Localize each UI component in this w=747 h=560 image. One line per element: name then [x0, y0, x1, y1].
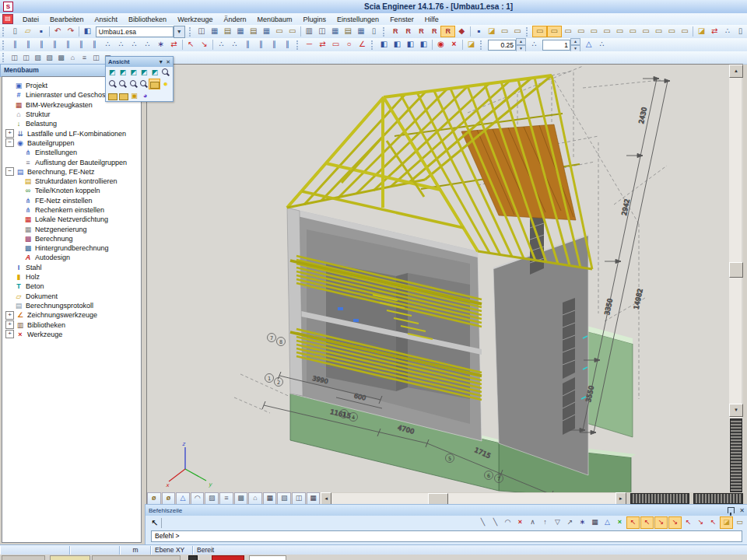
coordinate-info-icon[interactable]	[734, 26, 747, 37]
toolbar-grip[interactable]	[526, 27, 531, 37]
toolbar-grip[interactable]	[383, 27, 388, 37]
cursor-mode-icon[interactable]: ↖	[151, 518, 158, 528]
toolbar-grip[interactable]	[296, 40, 301, 50]
drawing-viewport[interactable]: 2430 2942 3350 14982 3550 3990 600 11615…	[146, 64, 743, 505]
window-layout-3-icon[interactable]	[562, 26, 575, 37]
snap-node-icon[interactable]	[654, 516, 668, 529]
view-list-icon[interactable]	[79, 52, 90, 64]
section-view-icon[interactable]	[191, 492, 205, 505]
scroll-right-icon[interactable]: ►	[615, 492, 626, 506]
clipping-box-icon[interactable]	[147, 492, 161, 505]
expand-icon[interactable]	[5, 330, 14, 338]
vertical-scroll-thumb[interactable]	[729, 262, 743, 278]
window-layout-1-icon[interactable]	[532, 26, 547, 37]
clip-box-icon[interactable]	[129, 91, 139, 100]
window-layout-2-icon[interactable]	[547, 26, 562, 37]
window-layout-8-icon[interactable]	[626, 26, 640, 37]
project-combo[interactable]: Umbau1.esa ▼	[96, 26, 185, 38]
mirror-icon[interactable]	[61, 39, 75, 51]
menu-menuebaum[interactable]: Menübaum	[252, 16, 298, 23]
trim-icon[interactable]	[88, 39, 101, 51]
render-mode-icon[interactable]	[205, 492, 219, 505]
menu-hilfe[interactable]: Hilfe	[419, 16, 444, 23]
paste-view-icon[interactable]	[404, 39, 417, 51]
wall-icon[interactable]	[281, 39, 294, 51]
expand-icon[interactable]	[5, 129, 14, 138]
draw-circle-icon[interactable]	[342, 39, 356, 51]
draw-angle-icon[interactable]	[356, 39, 369, 51]
plate-icon[interactable]	[268, 39, 281, 51]
menu-einstellungen[interactable]: Einstellungen	[331, 16, 384, 23]
vertical-scrollbar[interactable]: ▲ ▼	[729, 65, 742, 492]
open-layer-icon[interactable]	[465, 39, 478, 51]
view-left-icon[interactable]	[128, 68, 139, 77]
selection-spinner[interactable]: 1 ▲▼	[542, 38, 580, 52]
table-icon[interactable]	[342, 26, 355, 37]
view-palette[interactable]: Ansicht ▼ ✕	[105, 56, 174, 102]
align-icon[interactable]	[167, 39, 181, 51]
clipping-plane-icon[interactable]	[162, 492, 176, 505]
menu-fenster[interactable]: Fenster	[384, 16, 419, 23]
tree-item-stahl[interactable]: Stahl	[14, 263, 141, 272]
tree-item-teile-knoten[interactable]: Teile/Knoten koppeln	[23, 186, 141, 195]
dot-grid-icon[interactable]	[589, 517, 601, 528]
snap-tangent-icon[interactable]	[695, 517, 707, 528]
toolbar-grip[interactable]	[2, 27, 7, 37]
window-layout-12-icon[interactable]	[679, 26, 692, 37]
view-settings-icon[interactable]	[273, 26, 286, 37]
view-window-2-icon[interactable]	[20, 52, 32, 64]
snap-point-icon[interactable]	[577, 517, 588, 528]
combo-dropdown-icon[interactable]: ▼	[174, 26, 185, 38]
paste-special-icon[interactable]	[377, 39, 391, 51]
beam-icon[interactable]	[241, 39, 254, 51]
window-layout-10-icon[interactable]	[652, 26, 665, 37]
draw-dimension-icon[interactable]	[316, 39, 329, 51]
stretch-icon[interactable]	[75, 39, 88, 51]
tree-item-zeichnungswerkzeuge[interactable]: Zeichnungswerkzeuge	[4, 310, 141, 320]
view-axo-icon[interactable]	[150, 68, 160, 77]
view-z-icon[interactable]	[176, 492, 190, 505]
snap-plane-icon[interactable]	[552, 517, 563, 528]
snap-orthogonal-icon[interactable]	[682, 517, 694, 528]
tree-item-berechnung-fenetz[interactable]: Berechnung, FE-Netz	[4, 167, 141, 177]
collapse-icon[interactable]	[5, 138, 14, 147]
tree-item-netzgenerierung[interactable]: Netzgenerierung	[23, 224, 141, 233]
view-front-icon[interactable]	[107, 68, 117, 77]
extend-icon[interactable]	[128, 39, 141, 51]
menu-bibliotheken[interactable]: Bibliotheken	[123, 16, 172, 23]
grid-snap-icon[interactable]	[595, 39, 608, 51]
tree-item-hintergrundberechnung[interactable]: Hintergrundberechnung	[23, 243, 141, 253]
layers-icon[interactable]	[221, 26, 234, 37]
select-by-property-icon[interactable]	[389, 26, 402, 37]
open-file-icon[interactable]	[22, 26, 35, 37]
snap-segment-icon[interactable]	[489, 517, 501, 528]
horizontal-scroll-track[interactable]	[331, 493, 615, 504]
zoom-out-icon[interactable]	[117, 79, 127, 89]
tree-item-strukturdaten[interactable]: Strukturdaten kontrollieren	[23, 177, 141, 186]
expand-icon[interactable]	[5, 320, 14, 329]
tree-item-einstellungen[interactable]: Einstellungen	[23, 148, 141, 157]
select-by-cursor-icon[interactable]	[402, 26, 416, 37]
snap-vertex-icon[interactable]	[527, 517, 538, 528]
project-combo-value[interactable]: Umbau1.esa	[96, 26, 174, 37]
zoom-all-icon[interactable]	[160, 68, 170, 77]
tree-item-bibliotheken[interactable]: Bibliotheken	[4, 320, 141, 329]
tree-item-belastung[interactable]: Belastung	[14, 119, 141, 128]
snap-arc-center-icon[interactable]	[707, 517, 719, 528]
window-layout-9-icon[interactable]	[640, 26, 653, 37]
view-window-1-icon[interactable]	[9, 52, 20, 64]
view-perspective-icon[interactable]	[511, 26, 524, 37]
snap-line-icon[interactable]	[477, 517, 489, 528]
view-flags-icon[interactable]	[286, 26, 299, 37]
menu-bearbeiten[interactable]: Bearbeiten	[44, 16, 89, 23]
status-plane[interactable]: Ebene XY	[151, 546, 193, 555]
store-view-icon[interactable]	[472, 26, 486, 37]
shadow-icon[interactable]	[234, 492, 248, 505]
toolbar-grip[interactable]	[189, 27, 194, 37]
open-view-icon[interactable]	[107, 91, 117, 100]
copy-icon[interactable]	[22, 39, 35, 51]
zoom-selection-icon[interactable]	[139, 79, 148, 89]
camera-icon[interactable]	[292, 492, 306, 505]
add-node-icon[interactable]	[215, 39, 228, 51]
column-icon[interactable]	[254, 39, 268, 51]
